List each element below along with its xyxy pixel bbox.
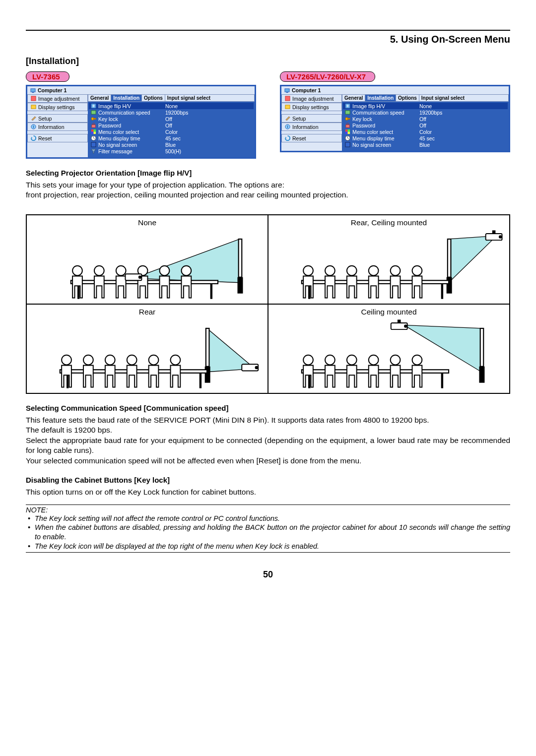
osd-row[interactable]: No signal screenBlue	[343, 141, 508, 148]
tab-installation[interactable]: Installation	[365, 95, 396, 101]
computer-icon	[30, 88, 36, 93]
svg-rect-35	[285, 96, 290, 101]
chapter-title: 5. Using On-Screen Menu	[26, 34, 510, 45]
osd-row[interactable]: PasswordOff	[343, 122, 508, 128]
sidebar-item-setup[interactable]: Setup	[281, 114, 342, 123]
sidebar-label: Reset	[292, 135, 306, 141]
orientation-diagram-rear-ceiling	[268, 229, 509, 304]
password-icon	[345, 123, 350, 128]
time-icon	[91, 135, 96, 141]
tab-installation[interactable]: Installation	[111, 95, 142, 101]
sidebar-item-setup[interactable]: Setup	[27, 114, 88, 123]
tab-general[interactable]: General	[342, 95, 365, 101]
svg-rect-18	[31, 96, 36, 101]
svg-marker-51	[449, 236, 497, 282]
osd-row[interactable]: Menu display time45 sec	[89, 135, 254, 141]
osd-row[interactable]: Image flip H/VNone	[343, 103, 508, 109]
osd-row[interactable]: Menu color selectColor	[343, 128, 508, 135]
osd-sidebar-left: Image adjustment Display settings Setup	[27, 94, 88, 157]
tab-options[interactable]: Options	[396, 95, 419, 101]
svg-rect-34	[286, 92, 288, 93]
osd-row-label: Menu display time	[98, 135, 140, 141]
osd-row-label: Key lock	[352, 116, 372, 122]
note-bottom-divider	[26, 552, 510, 553]
osd-row[interactable]: Filter message500(H)	[89, 148, 254, 154]
svg-rect-27	[91, 129, 94, 132]
note-list: The Key lock setting will not affect the…	[26, 514, 510, 551]
sidebar-label: Setup	[292, 116, 306, 122]
osd-row-value: Blue	[165, 142, 252, 148]
osd-row[interactable]: Communication speed19200bps	[343, 109, 508, 116]
model-pill-right: LV-7265/LV-7260/LV-X7	[280, 71, 375, 82]
sidebar-item-information[interactable]: i Information	[281, 123, 342, 131]
osd-row[interactable]: Key lockOff	[89, 116, 254, 122]
orientation-diagram-ceiling	[268, 318, 509, 393]
tab-input-signal-select[interactable]: Input signal select	[165, 95, 212, 101]
svg-rect-43	[346, 125, 349, 128]
orientation-label-rear-ceiling: Rear, Ceiling mounted	[268, 215, 509, 229]
sidebar-item-image-adjustment[interactable]: Image adjustment	[281, 94, 342, 103]
orientation-diagram-rear	[27, 318, 268, 393]
orientation-p2: front projection, rear projection, ceili…	[26, 190, 510, 200]
comm-p4: Your selected communication speed will n…	[26, 456, 510, 466]
orientation-label-ceiling: Ceiling mounted	[268, 305, 509, 318]
svg-rect-42	[348, 119, 350, 120]
svg-rect-28	[94, 129, 96, 132]
computer-icon	[284, 88, 290, 93]
sidebar-label: Image adjustment	[38, 96, 79, 102]
svg-rect-17	[32, 92, 34, 93]
svg-rect-23	[91, 111, 96, 114]
filter-icon	[91, 148, 96, 154]
svg-rect-33	[285, 88, 289, 91]
sidebar-item-image-adjustment[interactable]: Image adjustment	[27, 94, 88, 103]
svg-rect-19	[31, 105, 36, 109]
osd-row-value: 45 sec	[419, 135, 506, 141]
orientation-p1: This sets your image for your type of pr…	[26, 180, 510, 190]
osd-row-value: Off	[419, 116, 506, 122]
osd-title-right: Computer 1	[281, 86, 509, 94]
keylock-p1: This option turns on or off the Key Lock…	[26, 487, 510, 497]
osd-row[interactable]: Key lockOff	[343, 116, 508, 122]
sidebar-item-reset[interactable]: Reset	[27, 134, 88, 142]
sidebar-item-reset[interactable]: Reset	[281, 134, 342, 142]
chapter-name: Using On-Screen Menu	[401, 34, 510, 45]
osd-row-value: Color	[419, 129, 506, 135]
image-icon	[31, 96, 36, 101]
osd-row[interactable]: No signal screenBlue	[89, 141, 254, 148]
sidebar-label: Reset	[38, 135, 52, 141]
osd-tabs-right: General Installation Options Input signa…	[342, 94, 509, 102]
orientation-grid: None Rear, Ceiling mounted	[26, 214, 510, 394]
chapter-number: 5.	[390, 34, 399, 45]
setup-icon	[285, 116, 290, 121]
osd-row[interactable]: Menu color selectColor	[89, 128, 254, 135]
orientation-label-rear: Rear	[27, 305, 268, 318]
osd-row[interactable]: Communication speed19200bps	[89, 109, 254, 116]
sidebar-item-information[interactable]: i Information	[27, 123, 88, 131]
tab-input-signal-select[interactable]: Input signal select	[419, 95, 467, 101]
osd-row-label: Image flip H/V	[352, 103, 385, 109]
tab-options[interactable]: Options	[142, 95, 165, 101]
osd-row-label: No signal screen	[98, 142, 137, 148]
orientation-label-none: None	[27, 215, 268, 229]
comm-p3: Select the appropriate baud rate for you…	[26, 436, 510, 456]
osd-window-left: Computer 1 Image adjustment Display sett…	[26, 85, 256, 159]
osd-row-label: Image flip H/V	[98, 103, 131, 109]
sidebar-label: Setup	[38, 116, 52, 122]
osd-row[interactable]: Menu display time45 sec	[343, 135, 508, 141]
osd-window-right: Computer 1 Image adjustment Display sett…	[280, 85, 510, 152]
nosignal-icon	[91, 142, 96, 147]
orientation-diagram-none	[27, 229, 268, 304]
osd-row[interactable]: Image flip H/VNone	[89, 103, 254, 109]
osd-title-text-left: Computer 1	[38, 87, 67, 93]
sidebar-item-display-settings[interactable]: Display settings	[281, 103, 342, 111]
svg-rect-32	[91, 142, 96, 147]
keylock-icon	[345, 116, 350, 122]
comm-icon	[91, 110, 96, 115]
sidebar-item-display-settings[interactable]: Display settings	[27, 103, 88, 111]
osd-row-value: Blue	[419, 142, 506, 148]
password-icon	[91, 123, 96, 128]
colorsel-icon	[91, 129, 96, 134]
model-label-left: LV-7365	[26, 71, 69, 82]
osd-row[interactable]: PasswordOff	[89, 122, 254, 128]
tab-general[interactable]: General	[88, 95, 111, 101]
